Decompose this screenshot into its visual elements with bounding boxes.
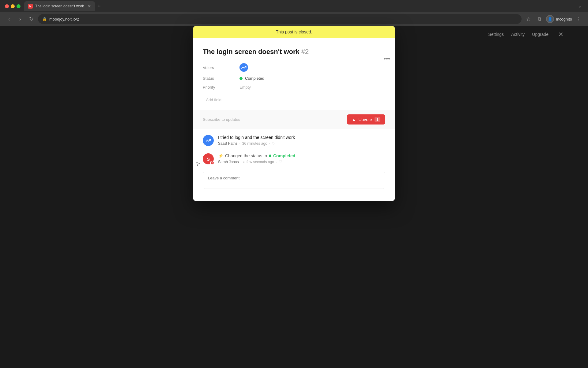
comment-author-2: Sarah Jonas	[218, 160, 239, 164]
comment-avatar-1	[203, 135, 214, 146]
activity-nav-item[interactable]: Activity	[511, 32, 525, 37]
new-tab-button[interactable]: +	[97, 3, 101, 10]
tab-close-button[interactable]: ✕	[88, 4, 91, 9]
chrome-menu-button[interactable]: ⋮	[575, 15, 583, 23]
post-title: The login screen doesn't work #2	[203, 48, 385, 56]
comment-like-button-2[interactable]: ♡	[279, 159, 282, 164]
comment-input-wrapper	[203, 172, 385, 190]
action-bar: Subscribe to updates ▲ Upvote 1	[193, 110, 395, 129]
post-meta-grid: Voters Status Completed Priority Empty	[203, 63, 385, 90]
comment-timestamp-2: a few seconds ago	[243, 160, 274, 164]
upgrade-nav-item[interactable]: Upgrade	[532, 32, 548, 37]
status-text: Completed	[245, 76, 264, 81]
upvote-button[interactable]: ▲ Upvote 1	[347, 114, 385, 125]
comment-item: I tried to login and the screen didn't w…	[203, 135, 385, 146]
status-label: Status	[203, 76, 239, 81]
comments-section: I tried to login and the screen didn't w…	[193, 129, 395, 201]
navigation-bar: ‹ › ↻ 🔒 moodjoy.nolt.io/2 ☆ ⧉ 👤 Incognit…	[0, 12, 588, 26]
address-bar[interactable]: 🔒 moodjoy.nolt.io/2	[38, 14, 522, 24]
comment-item-2: S ✕ ⚡ Changed the status to Completed Sa…	[203, 153, 385, 164]
settings-nav-item[interactable]: Settings	[488, 32, 504, 37]
lock-icon: 🔒	[42, 17, 47, 21]
comment-meta-1: SaaS Paths · 36 minutes ago · ♡	[218, 141, 385, 146]
post-number: #2	[301, 48, 309, 56]
chrome-tab-search-button[interactable]: ⧉	[535, 15, 544, 23]
comment-content-2: ⚡ Changed the status to Completed Sarah …	[218, 153, 385, 164]
add-field-button[interactable]: + Add field	[203, 98, 221, 102]
maximize-window-button[interactable]	[17, 4, 21, 8]
post-options-button[interactable]: •••	[384, 55, 390, 62]
voter-avatar-1	[239, 63, 248, 72]
forward-button[interactable]: ›	[16, 15, 24, 23]
priority-text: Empty	[239, 85, 251, 90]
upvote-count: 1	[375, 117, 380, 122]
subscribe-button[interactable]: Subscribe to updates	[203, 117, 240, 122]
reload-button[interactable]: ↻	[27, 15, 36, 23]
background-nav: Settings Activity Upgrade ✕	[488, 31, 564, 38]
comment-input[interactable]	[203, 172, 385, 189]
comment-text-1: I tried to login and the screen didn't w…	[218, 135, 385, 140]
title-bar: N The login screen doesn't work ✕ + ⌄	[0, 0, 588, 12]
tab-bar: N The login screen doesn't work ✕ +	[24, 1, 583, 11]
status-completed-label: Completed	[273, 153, 295, 158]
voters-value	[239, 63, 385, 72]
upvote-arrow-icon: ▲	[352, 117, 356, 122]
traffic-lights	[5, 4, 21, 8]
active-tab[interactable]: N The login screen doesn't work ✕	[24, 1, 95, 11]
bookmark-button[interactable]: ☆	[524, 15, 533, 23]
admin-badge-icon: ✕	[210, 161, 214, 165]
comment-author-1: SaaS Paths	[218, 141, 237, 146]
tab-overflow-button[interactable]: ⌄	[578, 3, 582, 9]
minimize-window-button[interactable]	[11, 4, 15, 8]
incognito-label: Incognito	[556, 17, 572, 21]
status-completed-dot	[269, 155, 271, 157]
url-text: moodjoy.nolt.io/2	[49, 17, 517, 21]
incognito-avatar: 👤	[546, 15, 554, 23]
priority-label: Priority	[203, 85, 239, 90]
voters-label: Voters	[203, 63, 239, 72]
close-window-button[interactable]	[5, 4, 9, 8]
status-dot-icon	[239, 77, 243, 80]
closed-banner: This post is closed.	[193, 26, 395, 38]
browser-chrome: N The login screen doesn't work ✕ + ⌄ ‹ …	[0, 0, 588, 26]
modal-body: ••• The login screen doesn't work #2 Vot…	[193, 38, 395, 110]
lightning-icon: ⚡	[218, 153, 223, 158]
incognito-chip[interactable]: 👤 Incognito	[546, 15, 572, 23]
comment-like-button-1[interactable]: ♡	[272, 141, 276, 146]
tab-title: The login screen doesn't work	[35, 4, 84, 8]
nav-actions: ☆ ⧉ 👤 Incognito ⋮	[524, 15, 583, 23]
status-change-text: ⚡ Changed the status to Completed	[218, 153, 385, 158]
comment-timestamp-1: 36 minutes ago	[242, 141, 267, 146]
back-button[interactable]: ‹	[5, 15, 13, 23]
status-value[interactable]: Completed	[239, 76, 385, 81]
comment-meta-2: Sarah Jonas · a few seconds ago · ♡	[218, 159, 385, 164]
post-modal: This post is closed. ••• The login scree…	[193, 26, 395, 201]
close-panel-button[interactable]: ✕	[558, 31, 564, 38]
upvote-label: Upvote	[358, 117, 372, 122]
comment-avatar-wrapper-2: S ✕	[203, 153, 214, 164]
comment-content-1: I tried to login and the screen didn't w…	[218, 135, 385, 146]
tab-favicon-icon: N	[28, 4, 33, 9]
priority-value[interactable]: Empty	[239, 85, 385, 90]
